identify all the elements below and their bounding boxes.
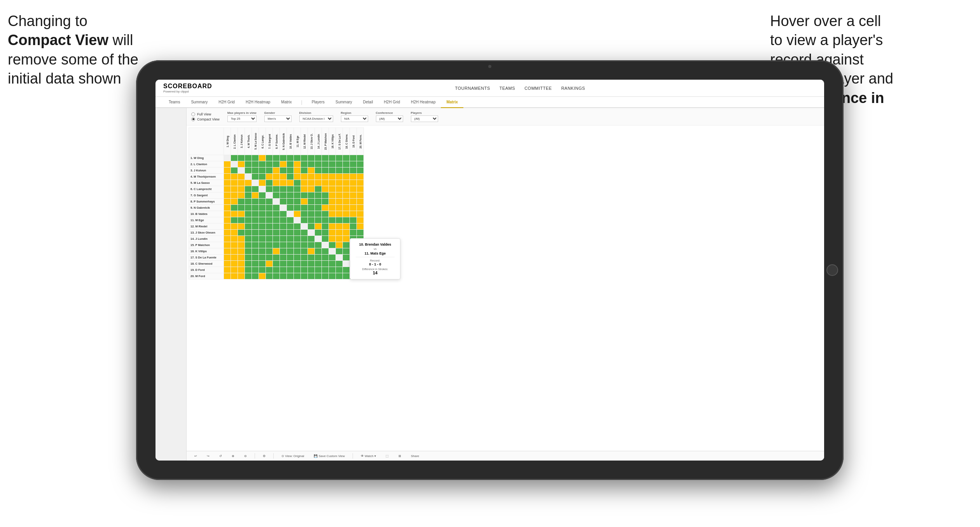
players-select[interactable]: (All) [411, 115, 438, 122]
matrix-cell[interactable] [259, 161, 266, 168]
matrix-cell[interactable] [273, 155, 280, 161]
matrix-cell[interactable] [245, 155, 252, 161]
matrix-cell[interactable] [294, 180, 301, 186]
matrix-cell[interactable] [336, 186, 343, 192]
matrix-cell[interactable] [308, 230, 315, 236]
matrix-cell[interactable] [350, 168, 357, 174]
matrix-cell[interactable] [357, 168, 364, 174]
matrix-cell[interactable] [259, 155, 266, 161]
matrix-cell[interactable] [273, 205, 280, 211]
matrix-cell[interactable] [343, 255, 350, 261]
matrix-cell[interactable] [238, 168, 245, 174]
matrix-cell[interactable] [231, 180, 238, 186]
zoom-btn[interactable]: ⊕ [230, 454, 236, 459]
matrix-cell[interactable] [336, 199, 343, 205]
matrix-cell[interactable] [315, 248, 322, 255]
matrix-cell[interactable] [308, 273, 315, 279]
matrix-cell[interactable] [322, 174, 329, 180]
matrix-cell[interactable] [231, 223, 238, 230]
matrix-cell[interactable] [266, 223, 273, 230]
matrix-cell[interactable] [231, 273, 238, 279]
matrix-cell[interactable] [343, 267, 350, 273]
matrix-cell[interactable] [287, 236, 294, 242]
matrix-cell[interactable] [350, 155, 357, 161]
matrix-cell[interactable] [259, 180, 266, 186]
matrix-cell[interactable] [245, 174, 252, 180]
matrix-cell[interactable] [238, 223, 245, 230]
matrix-cell[interactable] [238, 230, 245, 236]
matrix-cell[interactable] [266, 217, 273, 223]
matrix-cell[interactable] [301, 192, 308, 199]
matrix-cell[interactable] [315, 180, 322, 186]
matrix-cell[interactable] [343, 161, 350, 168]
matrix-cell[interactable] [336, 223, 343, 230]
matrix-cell[interactable] [252, 180, 259, 186]
matrix-cell[interactable] [322, 261, 329, 267]
full-view-option[interactable]: Full View [191, 112, 220, 116]
matrix-cell[interactable] [245, 205, 252, 211]
matrix-cell[interactable] [329, 211, 336, 217]
matrix-cell[interactable] [329, 199, 336, 205]
matrix-cell[interactable] [350, 199, 357, 205]
matrix-cell[interactable] [315, 261, 322, 267]
matrix-cell[interactable] [329, 217, 336, 223]
matrix-cell[interactable] [231, 205, 238, 211]
matrix-cell[interactable] [336, 161, 343, 168]
matrix-cell[interactable] [357, 205, 364, 211]
matrix-cell[interactable] [273, 192, 280, 199]
tablet-home-button[interactable] [826, 264, 838, 276]
matrix-cell[interactable] [245, 161, 252, 168]
matrix-cell[interactable] [231, 211, 238, 217]
matrix-cell[interactable] [301, 217, 308, 223]
matrix-cell[interactable] [224, 267, 231, 273]
matrix-cell[interactable] [350, 161, 357, 168]
matrix-cell[interactable] [238, 155, 245, 161]
matrix-cell[interactable] [322, 186, 329, 192]
matrix-cell[interactable] [301, 180, 308, 186]
matrix-cell[interactable] [336, 267, 343, 273]
matrix-cell[interactable] [308, 217, 315, 223]
matrix-cell[interactable] [280, 168, 287, 174]
tab-h2h-heatmap-1[interactable]: H2H Heatmap [240, 97, 276, 108]
matrix-cell[interactable] [224, 168, 231, 174]
matrix-cell[interactable] [266, 242, 273, 248]
max-players-select[interactable]: Top 25 [227, 115, 257, 122]
matrix-cell[interactable] [294, 236, 301, 242]
matrix-cell[interactable] [322, 161, 329, 168]
matrix-cell[interactable] [287, 186, 294, 192]
matrix-cell[interactable] [238, 273, 245, 279]
matrix-cell[interactable] [273, 248, 280, 255]
matrix-cell[interactable] [308, 168, 315, 174]
matrix-cell[interactable] [266, 161, 273, 168]
matrix-cell[interactable] [245, 192, 252, 199]
matrix-cell[interactable] [336, 242, 343, 248]
matrix-cell[interactable] [259, 261, 266, 267]
matrix-cell[interactable] [280, 180, 287, 186]
nav-teams[interactable]: TEAMS [500, 85, 515, 91]
matrix-cell[interactable] [308, 186, 315, 192]
matrix-cell[interactable] [231, 236, 238, 242]
matrix-cell[interactable] [294, 155, 301, 161]
matrix-cell[interactable] [287, 192, 294, 199]
matrix-cell[interactable] [259, 248, 266, 255]
matrix-cell[interactable] [301, 186, 308, 192]
matrix-cell[interactable] [350, 217, 357, 223]
matrix-cell[interactable] [245, 273, 252, 279]
matrix-cell[interactable] [273, 161, 280, 168]
matrix-cell[interactable] [266, 261, 273, 267]
matrix-cell[interactable] [273, 242, 280, 248]
matrix-cell[interactable] [266, 236, 273, 242]
matrix-cell[interactable] [308, 223, 315, 230]
nav-committee[interactable]: COMMITTEE [524, 85, 552, 91]
matrix-cell[interactable] [238, 192, 245, 199]
matrix-cell[interactable] [266, 267, 273, 273]
matrix-cell[interactable] [287, 205, 294, 211]
region-select[interactable]: N/A [341, 115, 368, 122]
matrix-cell[interactable] [301, 273, 308, 279]
matrix-cell[interactable] [266, 199, 273, 205]
matrix-cell[interactable] [224, 180, 231, 186]
matrix-cell[interactable] [301, 236, 308, 242]
matrix-cell[interactable] [350, 205, 357, 211]
matrix-cell[interactable] [329, 261, 336, 267]
matrix-cell[interactable] [224, 273, 231, 279]
